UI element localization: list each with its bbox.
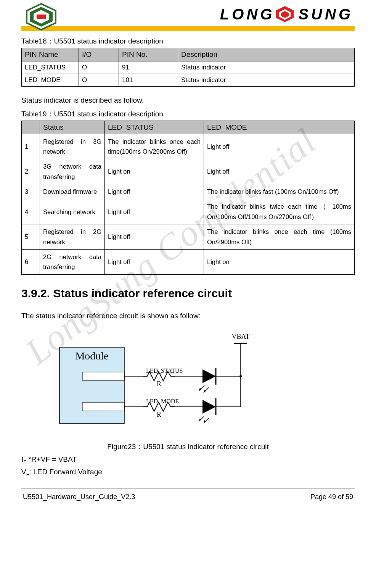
svg-rect-3	[37, 14, 46, 19]
footer-divider	[21, 488, 355, 488]
cell: Light off	[105, 184, 204, 199]
th-n	[22, 121, 40, 134]
cell: The indicator blinks twice each time（ 10…	[204, 199, 355, 224]
th-io: I/O	[79, 48, 119, 61]
para-circuit-intro: The status indicator reference circuit i…	[21, 311, 355, 322]
cell: Light off	[204, 159, 355, 184]
cell: 3G network data transferring	[40, 159, 105, 184]
cell: The indicator blinks once each time (100…	[204, 224, 355, 250]
th-led-status: LED_STATUS	[105, 121, 204, 134]
cell: LED_MODE	[22, 74, 79, 87]
figure-r2-label: R	[157, 411, 161, 418]
figure-sig1-label: LED_STATUS	[146, 367, 183, 374]
brand-hexagon-icon	[275, 5, 295, 23]
cell: 2	[22, 159, 40, 184]
figure-sig2-label: LED_MODE	[146, 398, 179, 404]
figure-module-label: Module	[75, 350, 108, 362]
table-row: 3 Download firmware Light off The indica…	[22, 184, 355, 199]
cell: Status indicator	[178, 74, 355, 87]
table-row: 6 2G network data transferring Light off…	[22, 250, 355, 275]
cell: Download firmware	[40, 184, 105, 199]
cell: Searching network	[40, 199, 105, 224]
th-status: Status	[40, 121, 105, 134]
table19-caption: Table19：U5501 status indicator descripti…	[21, 109, 355, 119]
cell: Registered in 3G network	[40, 134, 105, 159]
table-row: LED_MODE O 101 Status indicator	[22, 74, 355, 87]
cell: 101	[119, 74, 178, 87]
table-row: LED_STATUS O 91 Status indicator	[22, 61, 355, 74]
page-footer: U5501_Hardware_User_Guide_V2.3 Page 49 o…	[21, 493, 355, 509]
svg-marker-16	[204, 390, 206, 393]
header-yellow-bar	[21, 26, 355, 31]
figure-r1-label: R	[157, 380, 161, 388]
cell: 4	[22, 199, 40, 224]
equation-2: VF: LED Forward Voltage	[21, 467, 355, 478]
table-row: 2 3G network data transferring Light on …	[22, 159, 355, 184]
svg-point-29	[239, 375, 242, 377]
cell: 1	[22, 134, 40, 159]
table-row: 5 Registered in 2G network Light off The…	[22, 224, 355, 250]
cell: The indicator blinks once each time(100m…	[105, 134, 204, 159]
svg-marker-21	[202, 400, 216, 414]
equation-1: IF *R+VF = VBAT	[21, 454, 355, 466]
th-led-mode: LED_MODE	[204, 121, 355, 134]
footer-doc-name: U5501_Hardware_User_Guide_V2.3	[23, 493, 135, 501]
cell: LED_STATUS	[22, 61, 79, 74]
para-status-intro: Status indicator is described as follow.	[21, 95, 355, 106]
svg-marker-11	[202, 369, 216, 383]
figure-vbat-label: VBAT	[231, 333, 249, 340]
cell: Light on	[204, 250, 355, 275]
cell: The indicator blinks fast (100ms On/100m…	[204, 184, 355, 199]
svg-marker-14	[199, 388, 201, 391]
cell: O	[79, 74, 119, 87]
svg-marker-24	[199, 418, 201, 421]
svg-marker-26	[204, 420, 206, 423]
cell: Light on	[105, 159, 204, 184]
cell: 91	[119, 61, 178, 74]
svg-rect-8	[82, 372, 124, 380]
table18: PIN Name I/O PIN No. Description LED_STA…	[21, 48, 355, 87]
cell: 2G network data transferring	[40, 250, 105, 275]
svg-rect-18	[82, 403, 124, 411]
cell: 6	[22, 250, 40, 275]
page-header: LONG SUNG	[21, 0, 355, 31]
cell: 5	[22, 224, 40, 250]
th-pin-name: PIN Name	[22, 48, 79, 61]
cell: Registered in 2G network	[40, 224, 105, 250]
table-row: 4 Searching network Light off The indica…	[22, 199, 355, 224]
table19: Status LED_STATUS LED_MODE 1 Registered …	[21, 121, 355, 275]
table18-caption: Table18：U5501 status indicator descripti…	[21, 36, 355, 46]
cell: Light off	[105, 224, 204, 250]
figure-caption: Figure23：U5501 status indicator referenc…	[21, 442, 355, 452]
footer-page-number: Page 49 of 59	[310, 493, 353, 501]
cell: Light off	[204, 134, 355, 159]
cell: Light off	[105, 199, 204, 224]
th-pin-no: PIN No.	[119, 48, 178, 61]
cell: Light off	[105, 250, 204, 275]
cell: Status indicator	[178, 61, 355, 74]
header-divider	[21, 33, 355, 33]
cell: 3	[22, 184, 40, 199]
brand-text: LONG SUNG	[220, 5, 350, 23]
table-row: 1 Registered in 3G network The indicator…	[22, 134, 355, 159]
figure-circuit: Module LED_STATUS R LED_MODE R	[52, 328, 265, 439]
th-desc: Description	[178, 48, 355, 61]
cell: O	[79, 61, 119, 74]
longsung-logo-icon	[25, 3, 57, 32]
section-title: 3.9.2. Status indicator reference circui…	[21, 287, 355, 300]
